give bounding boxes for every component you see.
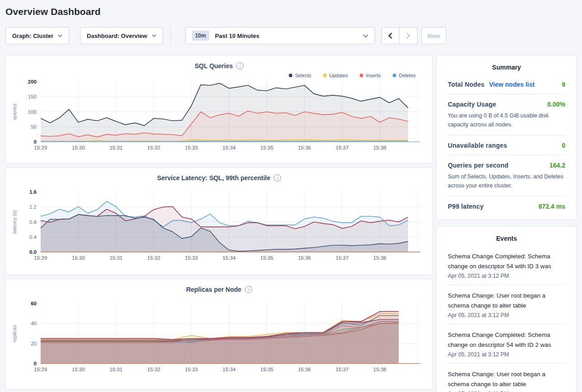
svg-text:15:37: 15:37: [336, 255, 349, 261]
time-prev-button[interactable]: [381, 27, 399, 44]
svg-text:15:33: 15:33: [185, 367, 198, 372]
svg-text:15:31: 15:31: [109, 367, 122, 372]
sidebar: Summary Total NodesView nodes list9Capac…: [436, 55, 577, 392]
event-message: Schema Change: User root began a schema …: [448, 291, 565, 311]
svg-text:1.6: 1.6: [29, 189, 37, 195]
info-icon[interactable]: i: [236, 62, 244, 70]
chevron-down-icon: [152, 34, 156, 37]
summary-label: P99 latency: [448, 203, 483, 210]
svg-text:15:34: 15:34: [223, 255, 236, 261]
chevron-down-icon: [58, 34, 62, 37]
dashboard-content: SQL QueriesiSelectsUpdatesInsertsDeletes…: [5, 55, 577, 392]
chart-title: Replicas per Node: [186, 286, 241, 293]
summary-value: 0: [562, 142, 565, 149]
legend-item-updates: Updates: [323, 72, 348, 79]
legend-label: Deletes: [399, 73, 416, 78]
summary-panel: Summary Total NodesView nodes list9Capac…: [436, 55, 577, 220]
chart-plot-replicas-per-node[interactable]: 020406015:2915:3015:3115:3215:3315:3415:…: [9, 294, 429, 376]
svg-text:15:34: 15:34: [223, 145, 236, 150]
legend-item-selects: Selects: [289, 72, 311, 79]
chart-plot-sql-queries[interactable]: 05010015020015:2915:3015:3115:3215:3315:…: [9, 79, 429, 154]
summary-row-head: Capacity Usage0.00%: [448, 101, 565, 108]
svg-text:15:32: 15:32: [147, 255, 160, 261]
svg-text:15:30: 15:30: [72, 145, 85, 150]
svg-text:1.2: 1.2: [29, 204, 37, 210]
svg-text:0.0: 0.0: [29, 249, 37, 255]
svg-text:15:35: 15:35: [260, 367, 273, 372]
chart-card-replicas-per-node: Replicas per Nodei020406015:2915:3015:31…: [5, 279, 433, 390]
summary-rows: Total NodesView nodes list9Capacity Usag…: [448, 75, 565, 216]
svg-text:20: 20: [31, 341, 37, 346]
overview-dashboard-page: Overview Dashboard Graph: Cluster Dashbo…: [0, 0, 582, 392]
chart-plot-service-latency[interactable]: 0.00.40.81.21.615:2915:3015:3115:3215:33…: [9, 183, 429, 265]
event-item[interactable]: Schema Change Completed: Schema change o…: [448, 324, 565, 363]
svg-text:replicas: replicas: [12, 325, 17, 342]
summary-row-head: Queries per second164.2: [448, 162, 565, 169]
graph-dropdown[interactable]: Graph: Cluster: [5, 27, 69, 44]
chart-title-row: Replicas per Nodei: [9, 285, 429, 294]
info-icon[interactable]: i: [245, 286, 252, 293]
svg-text:15:38: 15:38: [373, 367, 386, 372]
summary-row: Total NodesView nodes list9: [448, 75, 565, 94]
charts-column: SQL QueriesiSelectsUpdatesInsertsDeletes…: [5, 55, 433, 390]
event-message: Schema Change: User root began a schema …: [448, 369, 565, 389]
svg-text:queries: queries: [12, 103, 17, 120]
event-timestamp: Apr 05, 2021 at 3:12 PM: [448, 273, 565, 279]
svg-text:50: 50: [31, 124, 37, 130]
legend-item-deletes: Deletes: [393, 72, 416, 79]
time-range-badge: 10m: [192, 31, 209, 41]
summary-label: Capacity Usage: [448, 101, 496, 108]
event-message: Schema Change Completed: Schema change o…: [448, 330, 565, 350]
event-item[interactable]: Schema Change Completed: Schema change o…: [448, 246, 565, 285]
svg-text:15:29: 15:29: [34, 145, 47, 150]
chart-card-sql-queries: SQL QueriesiSelectsUpdatesInsertsDeletes…: [5, 55, 433, 163]
summary-row: Unavailable ranges0: [448, 135, 565, 155]
svg-text:15:37: 15:37: [336, 145, 349, 150]
svg-text:15:36: 15:36: [298, 255, 311, 261]
legend-item-inserts: Inserts: [360, 72, 381, 79]
summary-label: Queries per second: [448, 162, 508, 169]
chart-title: SQL Queries: [195, 62, 233, 70]
chart-title-row: SQL Queriesi: [9, 61, 429, 71]
summary-description: You are using 0 B of 4.5 GiB usable disk…: [448, 111, 565, 129]
summary-title: Summary: [448, 64, 565, 71]
info-icon[interactable]: i: [274, 174, 281, 182]
toolbar: Graph: Cluster Dashboard: Overview 10m P…: [5, 27, 577, 44]
event-item[interactable]: Schema Change: User root began a schema …: [448, 363, 565, 392]
chart-card-service-latency: Service Latency: SQL, 99th percentilei0.…: [5, 167, 433, 275]
event-timestamp: Apr 05, 2021 at 3:12 PM: [448, 312, 565, 318]
legend-dot: [289, 74, 292, 77]
legend-label: Updates: [329, 73, 348, 78]
dashboard-dropdown[interactable]: Dashboard: Overview: [80, 27, 163, 44]
svg-text:15:31: 15:31: [109, 145, 122, 150]
summary-row-head: Total NodesView nodes list9: [448, 81, 565, 88]
summary-row-head: Unavailable ranges0: [448, 142, 565, 149]
svg-text:15:32: 15:32: [147, 145, 160, 150]
summary-value: 164.2: [549, 162, 565, 169]
summary-description: Sum of Selects, Updates, Inserts, and De…: [448, 172, 565, 190]
chart-legend: SelectsUpdatesInsertsDeletes: [9, 72, 416, 79]
summary-value: 9: [562, 81, 565, 88]
summary-row: P99 latency872.4 ms: [448, 196, 565, 216]
svg-text:100: 100: [28, 109, 37, 115]
now-button: Now: [421, 27, 446, 44]
svg-text:15:29: 15:29: [34, 367, 47, 372]
page-title: Overview Dashboard: [5, 6, 577, 17]
view-nodes-link[interactable]: View nodes list: [489, 81, 535, 88]
event-message: Schema Change Completed: Schema change o…: [448, 252, 565, 271]
time-pager: [381, 27, 418, 44]
svg-text:15:30: 15:30: [72, 367, 85, 372]
legend-dot: [393, 74, 396, 77]
svg-text:15:31: 15:31: [109, 255, 122, 261]
event-item[interactable]: Schema Change: User root began a schema …: [448, 285, 565, 324]
svg-text:0.8: 0.8: [29, 219, 37, 225]
events-title: Events: [448, 235, 565, 242]
svg-text:60: 60: [31, 301, 37, 306]
chevron-right-icon: [406, 33, 410, 39]
time-range-picker[interactable]: 10m Past 10 Minutes: [185, 27, 375, 44]
chevron-left-icon: [388, 33, 392, 39]
summary-value: 0.00%: [547, 101, 565, 108]
svg-text:15:29: 15:29: [34, 255, 47, 261]
graph-dropdown-label: Graph: Cluster: [12, 33, 53, 39]
svg-text:0: 0: [34, 139, 37, 145]
